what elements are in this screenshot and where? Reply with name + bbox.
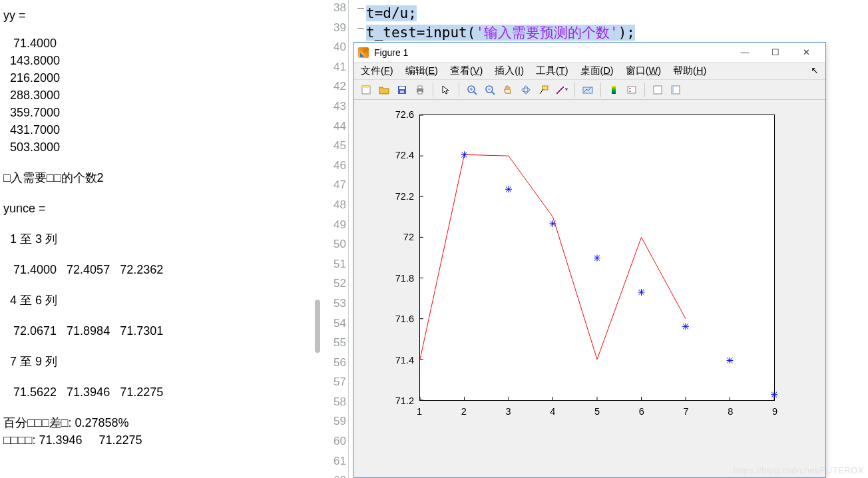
yy-v4: 359.7000 — [3, 104, 300, 121]
x-tick-labels: 123456789 — [419, 406, 775, 422]
cols-7-9-hdr: 7 至 9 列 — [3, 353, 300, 370]
input-prompt: □入需要□□的个数2 — [3, 169, 300, 186]
cols-1-3: 71.4000 72.4057 72.2362 — [3, 261, 300, 278]
line-number-gutter: 3839404142434445464748495051525354555657… — [323, 0, 346, 478]
cols-7-9: 71.5622 71.3946 71.2275 — [3, 383, 300, 401]
brush-tool[interactable]: ▼ — [554, 82, 570, 98]
menu-help[interactable]: 帮助(H) — [673, 65, 706, 77]
svg-rect-7 — [418, 91, 422, 94]
yy-v5: 431.7000 — [3, 121, 300, 138]
svg-rect-21 — [628, 87, 636, 93]
svg-rect-26 — [672, 86, 674, 94]
yy-v6: 503.3000 — [3, 138, 300, 156]
editor-scrollbar[interactable] — [315, 300, 320, 353]
close-button[interactable]: ✕ — [791, 43, 821, 62]
open-button[interactable] — [376, 82, 392, 98]
menu-view[interactable]: 查看(V) — [450, 65, 483, 77]
rotate-tool[interactable] — [518, 82, 534, 98]
cols-1-3-hdr: 1 至 3 列 — [3, 230, 300, 248]
svg-rect-4 — [400, 91, 404, 93]
menu-file[interactable]: 文件(F) — [361, 65, 393, 77]
plot-area[interactable]: 71.271.471.671.87272.272.472.6 123456789 — [354, 101, 825, 477]
hide-tools-button[interactable] — [650, 82, 666, 98]
legend-tool[interactable] — [624, 82, 640, 98]
cols-4-6: 72.0671 71.8984 71.7301 — [3, 322, 300, 340]
dock-arrow-icon[interactable]: ↘ — [811, 66, 819, 77]
figure-window[interactable]: Figure 1 — ☐ ✕ 文件(F) 编辑(E) 查看(V) 插入(I) 工… — [353, 42, 826, 478]
data-cursor-tool[interactable] — [536, 82, 552, 98]
zoom-out-tool[interactable] — [482, 82, 498, 98]
axes[interactable] — [419, 115, 775, 401]
pointer-tool[interactable] — [438, 82, 454, 98]
svg-rect-17 — [542, 86, 548, 90]
yy-label: yy = — [3, 7, 300, 24]
menu-insert[interactable]: 插入(I) — [495, 65, 524, 77]
menu-tools[interactable]: 工具(T) — [536, 65, 568, 77]
svg-line-13 — [492, 92, 495, 95]
y-tick-labels: 71.271.471.671.87272.272.472.6 — [385, 109, 414, 406]
colorbar-tool[interactable] — [606, 82, 622, 98]
menu-edit[interactable]: 编辑(E) — [405, 65, 438, 77]
titlebar[interactable]: Figure 1 — ☐ ✕ — [354, 43, 825, 63]
svg-rect-24 — [654, 86, 662, 94]
window-title: Figure 1 — [374, 47, 408, 58]
show-tools-button[interactable] — [668, 82, 684, 98]
minimize-button[interactable]: — — [730, 43, 760, 62]
svg-line-9 — [474, 92, 477, 95]
link-plot-tool[interactable] — [580, 82, 596, 98]
zoom-in-tool[interactable] — [464, 82, 480, 98]
print-button[interactable] — [412, 82, 428, 98]
command-window-output: yy = 71.4000 143.8000 216.2000 288.3000 … — [0, 0, 303, 478]
pan-tool[interactable] — [500, 82, 516, 98]
svg-rect-1 — [362, 86, 370, 88]
yy-v0: 71.4000 — [3, 35, 300, 52]
cols-4-6-hdr: 4 至 6 列 — [3, 292, 300, 309]
yunce-label: yunce = — [3, 200, 300, 217]
new-figure-button[interactable] — [358, 82, 374, 98]
svg-line-18 — [540, 89, 543, 94]
svg-rect-3 — [399, 87, 405, 89]
menu-desktop[interactable]: 桌面(D) — [580, 65, 614, 77]
code-line-38: t=d/u; — [366, 5, 417, 21]
yy-v3: 288.3000 — [3, 87, 300, 104]
toolbar: ▼ — [354, 80, 825, 100]
svg-rect-6 — [418, 86, 422, 89]
svg-point-15 — [522, 88, 530, 92]
yy-v1: 143.8000 — [3, 52, 300, 69]
svg-point-16 — [524, 86, 528, 94]
watermark: https://blog.csdn.net/FUTEROX — [733, 465, 864, 475]
save-button[interactable] — [394, 82, 410, 98]
pct-error: 百分□□□差□: 0.27858% — [3, 414, 300, 431]
pred-values: □□□□: 71.3946 71.2275 — [3, 431, 300, 449]
maximize-button[interactable]: ☐ — [760, 43, 791, 62]
menubar: 文件(F) 编辑(E) 查看(V) 插入(I) 工具(T) 桌面(D) 窗口(W… — [354, 63, 825, 80]
svg-rect-20 — [612, 86, 616, 94]
yy-v2: 216.2000 — [3, 69, 300, 87]
matlab-icon — [358, 47, 369, 58]
menu-window[interactable]: 窗口(W) — [626, 65, 661, 77]
